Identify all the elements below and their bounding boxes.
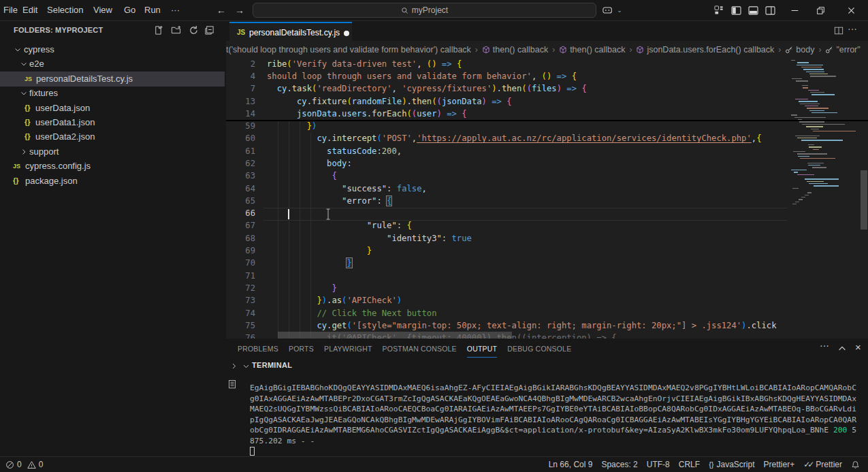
- panel-maximize-icon[interactable]: [837, 344, 847, 353]
- breadcrumb-item[interactable]: "error": [825, 45, 860, 54]
- editor-group: JS personalDetailsTest.cy.js ··· t('shou…: [226, 22, 868, 339]
- panel-tab-problems[interactable]: PROBLEMS: [238, 343, 278, 358]
- minimap-line: [811, 94, 835, 95]
- symbol-method-icon: [559, 46, 567, 54]
- prettier-status[interactable]: ✓✓Prettier: [803, 460, 842, 469]
- breadcrumb-item[interactable]: then() callback: [482, 45, 548, 54]
- menu-file[interactable]: File: [2, 0, 19, 20]
- minimap-line: [794, 172, 798, 172]
- panel-tab-playwright[interactable]: PLAYWRIGHT: [324, 343, 372, 358]
- panel-tab-output[interactable]: OUTPUT: [467, 343, 497, 358]
- chevron-right-icon[interactable]: [230, 362, 238, 370]
- indent-guide: [289, 121, 289, 339]
- menu-view[interactable]: View: [92, 0, 114, 20]
- new-folder-icon[interactable]: [171, 25, 182, 36]
- toggle-sidebar-right-icon[interactable]: [764, 4, 776, 16]
- vertical-scrollbar-thumb[interactable]: [861, 170, 867, 230]
- problems-status[interactable]: 0 0: [5, 460, 43, 469]
- window-close-icon[interactable]: [845, 4, 857, 16]
- breadcrumb-item[interactable]: body: [785, 45, 814, 54]
- json-file-icon: {}: [25, 104, 31, 112]
- breadcrumb-item[interactable]: jsonData.users.forEach() callback: [636, 45, 774, 54]
- tree-item-label: userData.json: [35, 103, 90, 113]
- minimap-line: [803, 87, 808, 88]
- cursor-position[interactable]: Ln 66, Col 9: [549, 460, 593, 469]
- vscode-window: FileEditSelectionViewGoRun···←→myProject…: [0, 0, 868, 472]
- toggle-sidebar-left-icon[interactable]: [730, 4, 742, 16]
- formatter-status[interactable]: Prettier+: [764, 460, 795, 469]
- menu-selection[interactable]: Selection: [46, 0, 84, 20]
- tree-item-userData-json[interactable]: {}userData.json: [0, 101, 225, 116]
- split-editor-icon[interactable]: [834, 26, 843, 35]
- tree-item-userData1-json[interactable]: {}userData1.json: [0, 115, 225, 130]
- indentation[interactable]: Spaces: 2: [601, 460, 637, 469]
- terminal-section-label: TERMINAL: [252, 361, 292, 369]
- menu-edit[interactable]: Edit: [21, 0, 39, 20]
- js-file-icon: JS: [237, 29, 245, 36]
- terminal-header[interactable]: TERMINAL: [226, 359, 868, 374]
- tree-item-package-json[interactable]: {}package.json: [0, 174, 225, 189]
- tree-item-label: userData1.json: [35, 117, 95, 127]
- modified-dot-icon[interactable]: [344, 31, 349, 36]
- tree-item-support[interactable]: support: [0, 144, 225, 159]
- tab-personalDetailsTest[interactable]: JS personalDetailsTest.cy.js: [229, 22, 352, 41]
- warning-count-icon: [27, 460, 36, 469]
- eol[interactable]: CRLF: [679, 460, 700, 469]
- customize-layout-icon[interactable]: [713, 4, 725, 16]
- minimap-line: [812, 167, 826, 168]
- chevron-down-icon[interactable]: ⌄: [613, 4, 626, 16]
- panel-tab-debug-console[interactable]: DEBUG CONSOLE: [507, 343, 571, 358]
- tree-item-e2e[interactable]: e2e: [0, 57, 225, 72]
- panel-tab-ports[interactable]: PORTS: [289, 343, 314, 358]
- minimap-line: [791, 60, 795, 61]
- copilot-icon[interactable]: [602, 4, 614, 16]
- terminal-line: pIgQgASACKAEaJwgJEAEaGQoNCAkQBhgBIgMwMDE…: [250, 415, 856, 424]
- encoding[interactable]: UTF-8: [647, 460, 670, 469]
- breadcrumb-separator: ›: [475, 45, 478, 54]
- minimap-line: [801, 140, 843, 140]
- window-restore-icon[interactable]: [814, 4, 826, 16]
- notifications-bell-icon[interactable]: [851, 460, 860, 469]
- tree-item-label: fixtures: [29, 88, 58, 98]
- tree-item-cypress[interactable]: cypress: [0, 42, 225, 57]
- minimap[interactable]: [787, 59, 858, 339]
- tree-item-cypress-config-js[interactable]: JScypress.config.js: [0, 159, 225, 174]
- menu-more[interactable]: ···: [170, 0, 181, 20]
- menu-run[interactable]: Run: [143, 0, 162, 20]
- minimap-line: [808, 90, 819, 91]
- code-line-59: 59 }): [226, 121, 787, 133]
- terminal-line: MAEQ2sUQGgIYBMWzssQiBCABIAIoARooCAEQCBoa…: [250, 405, 856, 413]
- minimap-line: [814, 185, 839, 186]
- output-list-icon[interactable]: [228, 379, 237, 390]
- collapse-folders-icon[interactable]: [204, 25, 215, 36]
- minimap-line: [791, 170, 807, 170]
- vertical-scrollbar[interactable]: [860, 59, 868, 339]
- tree-item-personalDetailsTest-cy-js[interactable]: JSpersonalDetailsTest.cy.js: [0, 72, 225, 86]
- minimap-line: [797, 153, 827, 154]
- horizontal-scrollbar-thumb[interactable]: [278, 332, 512, 339]
- breadcrumb-item[interactable]: then() callback: [559, 45, 625, 54]
- json-file-icon: {}: [25, 118, 31, 126]
- editor-more-actions-icon[interactable]: ···: [848, 23, 857, 34]
- window-minimize-icon[interactable]: [788, 4, 801, 16]
- refresh-icon[interactable]: [189, 25, 199, 36]
- panel-tab-postman-console[interactable]: POSTMAN CONSOLE: [383, 343, 457, 358]
- tree-item-fixtures[interactable]: fixtures: [0, 86, 225, 101]
- menu-go[interactable]: Go: [123, 0, 137, 20]
- minimap-line: [805, 195, 809, 195]
- nav-forward-icon[interactable]: →: [234, 4, 246, 16]
- chevron-down-icon[interactable]: [242, 362, 250, 370]
- breadcrumb-item[interactable]: t('should loop through users and validat…: [226, 45, 471, 54]
- new-file-icon[interactable]: [153, 25, 164, 36]
- indent-guide: [310, 133, 311, 339]
- toggle-panel-icon[interactable]: [747, 4, 759, 16]
- panel-close-icon[interactable]: ×: [855, 341, 861, 353]
- panel-more-actions-icon[interactable]: ···: [820, 340, 829, 351]
- minimap-line: [797, 65, 823, 65]
- nav-back-icon[interactable]: ←: [215, 4, 227, 16]
- code-area[interactable]: 2ribe('Verify data-driven test', () => {…: [226, 59, 868, 339]
- command-center-search[interactable]: myProject: [253, 3, 596, 18]
- language-mode[interactable]: {}JavaScript: [709, 460, 754, 469]
- tree-item-userData2-json[interactable]: {}userData2.json: [0, 129, 225, 144]
- terminal-cursor: [250, 447, 255, 456]
